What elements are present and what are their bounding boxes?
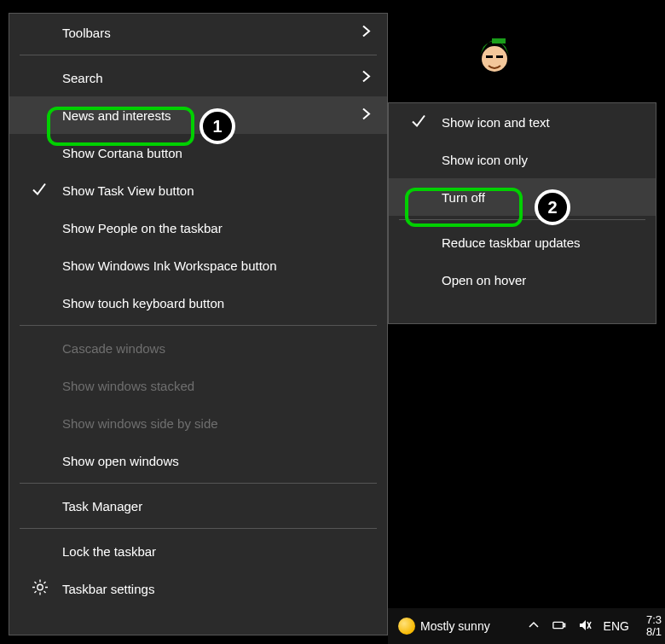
svg-rect-6 <box>563 624 564 627</box>
clock-date: 8/1 <box>646 626 662 638</box>
menu-item-show-windows-side-by-side: Show windows side by side <box>9 404 387 442</box>
svg-rect-1 <box>492 38 506 44</box>
submenu-item-reduce-taskbar-updates[interactable]: Reduce taskbar updates <box>389 223 656 261</box>
news-and-interests-submenu: Show icon and text Show icon only Turn o… <box>388 102 656 324</box>
menu-item-news-and-interests[interactable]: News and interests <box>9 96 387 134</box>
separator <box>399 219 645 220</box>
menu-item-label: Turn off <box>442 190 485 205</box>
checkmark-icon <box>411 113 426 131</box>
language-indicator[interactable]: ENG <box>604 619 629 633</box>
menu-item-show-people[interactable]: Show People on the taskbar <box>9 209 387 247</box>
taskbar: Mostly sunny ENG 7:3 8/1 <box>388 608 665 644</box>
menu-item-label: Reduce taskbar updates <box>442 235 581 250</box>
menu-item-label: Task Manager <box>62 499 142 513</box>
submenu-item-turn-off[interactable]: Turn off <box>389 178 656 216</box>
svg-point-4 <box>38 584 43 589</box>
submenu-item-open-on-hover[interactable]: Open on hover <box>389 261 656 299</box>
svg-rect-2 <box>486 55 493 58</box>
menu-item-show-task-view-button[interactable]: Show Task View button <box>9 171 387 209</box>
menu-item-label: Show icon only <box>442 153 528 167</box>
menu-item-label: Show windows stacked <box>62 379 194 393</box>
chevron-right-icon <box>360 26 372 40</box>
menu-item-label: Show Windows Ink Workspace button <box>62 258 277 273</box>
menu-item-label: Show windows side by side <box>62 416 218 431</box>
submenu-item-show-icon-and-text[interactable]: Show icon and text <box>389 103 656 141</box>
taskbar-weather-widget[interactable]: Mostly sunny <box>398 618 490 635</box>
menu-item-toolbars[interactable]: Toolbars <box>9 14 387 51</box>
submenu-item-show-icon-only[interactable]: Show icon only <box>389 141 656 178</box>
menu-item-label: Show icon and text <box>442 115 550 130</box>
menu-item-label: Show Task View button <box>62 183 194 198</box>
menu-item-label: Cascade windows <box>62 341 165 356</box>
weather-text: Mostly sunny <box>420 619 490 633</box>
menu-item-label: Show touch keyboard button <box>62 296 224 310</box>
separator <box>20 483 377 484</box>
menu-item-show-cortana-button[interactable]: Show Cortana button <box>9 134 387 171</box>
separator <box>20 325 377 326</box>
menu-item-label: News and interests <box>62 108 171 123</box>
menu-item-show-touch-keyboard[interactable]: Show touch keyboard button <box>9 284 387 322</box>
menu-item-show-ink-workspace[interactable]: Show Windows Ink Workspace button <box>9 247 387 284</box>
chevron-right-icon <box>360 108 372 123</box>
menu-item-label: Show People on the taskbar <box>62 221 223 235</box>
chevron-right-icon <box>360 71 372 85</box>
separator <box>20 528 377 529</box>
menu-item-label: Open on hover <box>442 273 526 287</box>
menu-item-show-windows-stacked: Show windows stacked <box>9 367 387 404</box>
taskbar-clock[interactable]: 7:3 8/1 <box>646 614 662 638</box>
menu-item-cascade-windows: Cascade windows <box>9 329 387 367</box>
menu-item-label: Taskbar settings <box>62 582 154 596</box>
menu-item-search[interactable]: Search <box>9 59 387 96</box>
menu-item-show-open-windows[interactable]: Show open windows <box>9 442 387 479</box>
menu-item-taskbar-settings[interactable]: Taskbar settings <box>9 570 387 607</box>
menu-item-label: Search <box>62 71 103 85</box>
gear-icon <box>32 579 49 599</box>
battery-icon[interactable] <box>552 618 566 635</box>
menu-item-label: Lock the taskbar <box>62 544 156 559</box>
menu-item-label: Show Cortana button <box>62 146 182 160</box>
separator <box>20 55 377 55</box>
menu-item-lock-taskbar[interactable]: Lock the taskbar <box>9 532 387 570</box>
menu-item-task-manager[interactable]: Task Manager <box>9 487 387 525</box>
svg-marker-7 <box>580 620 586 630</box>
svg-rect-5 <box>552 622 563 628</box>
sun-icon <box>398 618 415 635</box>
tray-overflow-icon[interactable] <box>527 618 541 635</box>
desktop-avatar <box>473 30 516 81</box>
taskbar-context-menu: Toolbars Search News and interests Show … <box>9 13 388 635</box>
menu-item-label: Show open windows <box>62 454 179 468</box>
volume-icon[interactable] <box>578 618 592 635</box>
svg-rect-3 <box>496 55 503 58</box>
system-tray: ENG 7:3 8/1 <box>527 614 665 638</box>
menu-item-label: Toolbars <box>62 26 111 40</box>
clock-time: 7:3 <box>646 614 662 626</box>
checkmark-icon <box>32 182 47 200</box>
